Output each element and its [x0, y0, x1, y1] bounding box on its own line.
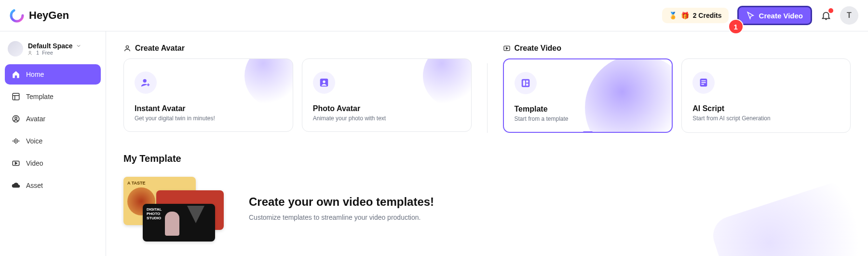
svg-point-1 [29, 51, 31, 53]
my-template-section: My Template A TASTE Authenic Digital Pho… [123, 153, 851, 240]
card-sub: Get your digital twin in minutes! [135, 115, 282, 122]
main: Create Avatar Instant Avatar Get your di… [106, 31, 868, 256]
notification-dot-icon [828, 8, 833, 13]
card-template[interactable]: Template Start from a template [503, 58, 673, 133]
my-template-sub: Customize templates to streamline your v… [249, 213, 434, 221]
sidebar-item-label: Home [26, 71, 44, 78]
sidebar-item-label: Asset [26, 182, 43, 189]
credits-badge[interactable]: 🏅 🎁 2 Credits [662, 8, 729, 23]
medal-icon: 🏅 [669, 12, 677, 19]
card-photo-avatar[interactable]: Photo Avatar Animate your photo with tex… [302, 58, 472, 132]
svg-rect-16 [702, 80, 706, 81]
sidebar-item-label: Template [26, 93, 54, 100]
script-icon [692, 71, 715, 94]
card-sub: Animate your photo with text [313, 115, 461, 122]
voice-icon [12, 137, 20, 145]
card-title: Instant Avatar [135, 104, 282, 113]
svg-point-9 [323, 80, 326, 83]
card-glow [423, 58, 472, 107]
brand-logo-icon [10, 8, 24, 23]
sidebar-item-template[interactable]: Template [5, 86, 101, 107]
person-icon [165, 212, 179, 236]
layout-icon [515, 72, 537, 94]
svg-rect-17 [702, 82, 706, 83]
member-count: 1 [36, 50, 39, 56]
avatar-initial: T [847, 11, 852, 20]
card-glow [585, 58, 673, 133]
sidebar-item-video[interactable]: Video [5, 153, 101, 173]
svg-point-6 [126, 46, 128, 48]
spotlight-icon [187, 206, 204, 223]
card-sub: Start from AI script Generation [692, 115, 840, 122]
create-sections: Create Avatar Instant Avatar Get your di… [123, 44, 851, 133]
svg-rect-18 [702, 84, 705, 85]
workspace-plan: Free [42, 50, 53, 56]
thumb-studio: Digital Photo Studio [143, 204, 215, 242]
play-box-icon [503, 44, 511, 52]
card-glow [244, 58, 293, 107]
video-icon [12, 159, 20, 168]
credits-label: 2 Credits [693, 12, 722, 19]
members-icon [28, 50, 33, 56]
svg-rect-11 [521, 79, 529, 87]
header-actions: 🏅 🎁 2 Credits Create Video 1 T [662, 6, 858, 25]
card-ai-script[interactable]: AI Script Start from AI script Generatio… [681, 58, 851, 133]
user-plus-icon [135, 71, 157, 94]
section-create-avatar: Create Avatar Instant Avatar Get your di… [123, 44, 472, 133]
cursor-click-icon [746, 11, 755, 20]
user-avatar[interactable]: T [840, 6, 858, 25]
section-create-video: Create Video Template Start from a templ… [503, 44, 851, 133]
avatar-icon [12, 114, 20, 123]
svg-point-4 [15, 117, 17, 119]
section-title-label: Create Avatar [135, 44, 185, 53]
notifications-button[interactable] [821, 10, 831, 21]
svg-rect-2 [13, 93, 19, 100]
create-video-label: Create Video [759, 12, 803, 20]
brand-name: HeyGen [29, 9, 69, 22]
user-icon [123, 44, 131, 52]
sidebar: Default Space 1 Free Home [0, 31, 106, 256]
cloud-icon [12, 181, 20, 190]
sidebar-item-label: Voice [26, 137, 42, 145]
sidebar-item-home[interactable]: Home [5, 64, 101, 85]
svg-rect-12 [523, 81, 525, 86]
section-divider [487, 63, 488, 133]
section-title-label: Create Video [515, 44, 562, 53]
body: Default Space 1 Free Home [0, 31, 868, 256]
gift-icon: 🎁 [681, 12, 689, 19]
chevron-down-icon [76, 43, 81, 49]
my-template-text: Create your own video templates! Customi… [249, 195, 434, 221]
card-title: Photo Avatar [313, 104, 461, 113]
home-icon [12, 70, 20, 79]
card-title: AI Script [692, 104, 840, 113]
workspace-switcher[interactable]: Default Space 1 Free [5, 39, 101, 58]
my-template-heading: My Template [123, 153, 851, 164]
sidebar-item-label: Video [26, 159, 43, 167]
selected-pointer-icon [583, 131, 593, 133]
workspace-meta: Default Space 1 Free [28, 42, 81, 56]
workspace-name: Default Space [28, 42, 73, 50]
brand[interactable]: HeyGen [10, 8, 69, 23]
svg-point-0 [11, 10, 23, 21]
template-icon [12, 92, 20, 101]
sidebar-item-voice[interactable]: Voice [5, 131, 101, 151]
workspace-icon [8, 41, 23, 57]
svg-rect-13 [526, 81, 528, 83]
sidebar-item-avatar[interactable]: Avatar [5, 109, 101, 129]
header: HeyGen 🏅 🎁 2 Credits Create Video 1 [0, 0, 868, 31]
card-instant-avatar[interactable]: Instant Avatar Get your digital twin in … [123, 58, 293, 132]
template-thumbnails[interactable]: A TASTE Authenic Digital Photo Studio [123, 177, 230, 240]
sidebar-item-asset[interactable]: Asset [5, 175, 101, 196]
sidebar-item-label: Avatar [26, 115, 45, 123]
photo-user-icon [313, 71, 335, 94]
svg-rect-14 [526, 84, 528, 86]
svg-point-7 [143, 79, 147, 83]
create-video-button[interactable]: Create Video 1 [737, 6, 812, 25]
my-template-title: Create your own video templates! [249, 195, 434, 209]
sidebar-nav: Home Template Avatar Voice Video Asset [5, 64, 101, 196]
